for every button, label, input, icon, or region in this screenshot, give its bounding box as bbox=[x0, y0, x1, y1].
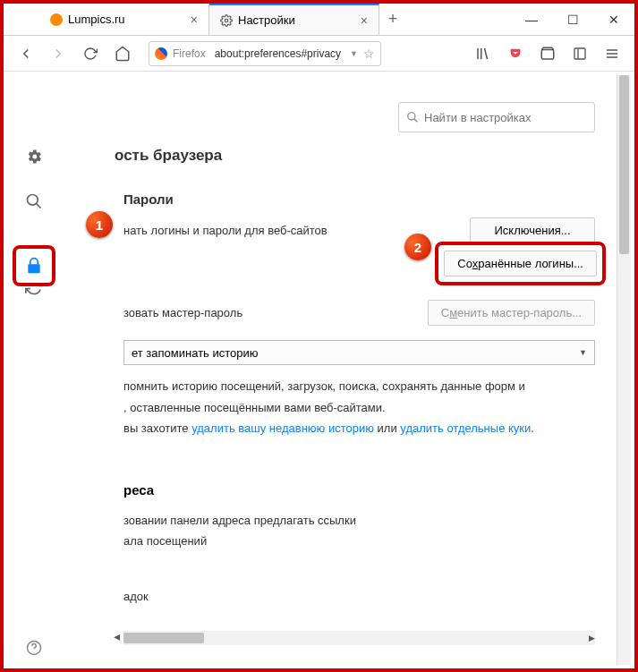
sidebar-item-search[interactable] bbox=[24, 191, 44, 211]
history-text: вы захотите удалить вашу недавнюю истори… bbox=[123, 420, 595, 438]
annotation-2: 2 bbox=[404, 234, 431, 260]
address-text: зовании панели адреса предлагать ссылки bbox=[123, 510, 595, 531]
close-icon[interactable]: × bbox=[361, 13, 368, 28]
master-password-label: зовать мастер-пароль bbox=[123, 306, 242, 319]
help-button[interactable] bbox=[24, 638, 44, 658]
sidebar-item-general[interactable] bbox=[24, 147, 44, 166]
pocket-button[interactable] bbox=[502, 40, 529, 67]
settings-search[interactable] bbox=[398, 102, 595, 132]
menu-button[interactable] bbox=[599, 40, 625, 67]
minimize-button[interactable]: — bbox=[511, 4, 552, 35]
svg-rect-1 bbox=[541, 49, 554, 59]
address-text: адок bbox=[123, 586, 595, 607]
address-text: ала посещений bbox=[123, 531, 595, 551]
favicon-icon bbox=[50, 13, 63, 26]
lock-icon bbox=[25, 256, 43, 276]
close-window-button[interactable]: ✕ bbox=[593, 4, 634, 35]
clear-history-link[interactable]: удалить вашу недавнюю историю bbox=[191, 421, 374, 435]
gear-icon bbox=[220, 14, 233, 27]
passwords-heading: Пароли bbox=[123, 191, 595, 207]
settings-sidebar bbox=[7, 75, 61, 665]
tab-label: Настройки bbox=[238, 13, 295, 27]
search-input[interactable] bbox=[424, 111, 587, 124]
title-bar: Lumpics.ru × Настройки × + — ☐ ✕ bbox=[4, 4, 634, 36]
reload-button[interactable] bbox=[77, 40, 104, 67]
svg-rect-2 bbox=[574, 48, 585, 59]
tab-lumpics[interactable]: Lumpics.ru × bbox=[39, 4, 209, 35]
sidebar-item-privacy[interactable] bbox=[13, 245, 55, 286]
dropdown-value: ет запоминать историю bbox=[132, 346, 259, 360]
url-product: Firefox bbox=[173, 47, 206, 60]
library-button[interactable] bbox=[470, 40, 497, 67]
address-heading: реса bbox=[123, 482, 595, 498]
section-title: ость браузера bbox=[115, 147, 222, 165]
svg-point-3 bbox=[28, 195, 38, 206]
change-master-button: Сменить мастер-пароль... bbox=[428, 300, 595, 326]
search-icon bbox=[406, 111, 419, 123]
toolbar: Firefox about:preferences#privacy ▼ ☆ bbox=[4, 36, 634, 72]
url-address: about:preferences#privacy bbox=[215, 47, 345, 60]
bookmark-star-icon[interactable]: ☆ bbox=[363, 47, 375, 61]
history-text: помнить историю посещений, загрузок, пои… bbox=[123, 378, 595, 396]
remember-passwords-label: нать логины и пароли для веб-сайтов bbox=[123, 224, 328, 237]
history-mode-dropdown[interactable]: ет запоминать историю ▼ bbox=[123, 340, 595, 365]
history-text: , оставленные посещёнными вами веб-сайта… bbox=[123, 399, 595, 417]
url-bar[interactable]: Firefox about:preferences#privacy ▼ ☆ bbox=[149, 41, 381, 66]
firefox-icon bbox=[155, 47, 167, 60]
screenshot-button[interactable] bbox=[534, 40, 561, 67]
new-tab-button[interactable]: + bbox=[379, 4, 406, 35]
maximize-button[interactable]: ☐ bbox=[552, 4, 593, 35]
svg-point-0 bbox=[225, 19, 228, 22]
saved-logins-button[interactable]: Сохранённые логины... bbox=[444, 251, 597, 276]
svg-point-5 bbox=[408, 113, 415, 120]
sidebar-button[interactable] bbox=[566, 40, 593, 67]
tab-settings[interactable]: Настройки × bbox=[209, 4, 379, 35]
chevron-down-icon: ▼ bbox=[579, 348, 587, 357]
tab-label: Lumpics.ru bbox=[68, 13, 125, 26]
close-icon[interactable]: × bbox=[191, 13, 198, 27]
exceptions-button[interactable]: Исключения... bbox=[470, 217, 595, 243]
back-button[interactable] bbox=[13, 40, 39, 67]
horizontal-scrollbar[interactable]: ▶ ▶ bbox=[123, 631, 595, 645]
annotation-1: 1 bbox=[86, 211, 113, 238]
chevron-down-icon[interactable]: ▼ bbox=[350, 49, 358, 58]
clear-cookies-link[interactable]: удалить отдельные куки bbox=[400, 421, 531, 435]
forward-button[interactable] bbox=[45, 40, 72, 67]
saved-logins-highlight: Сохранённые логины... bbox=[435, 242, 606, 285]
home-button[interactable] bbox=[109, 40, 136, 67]
